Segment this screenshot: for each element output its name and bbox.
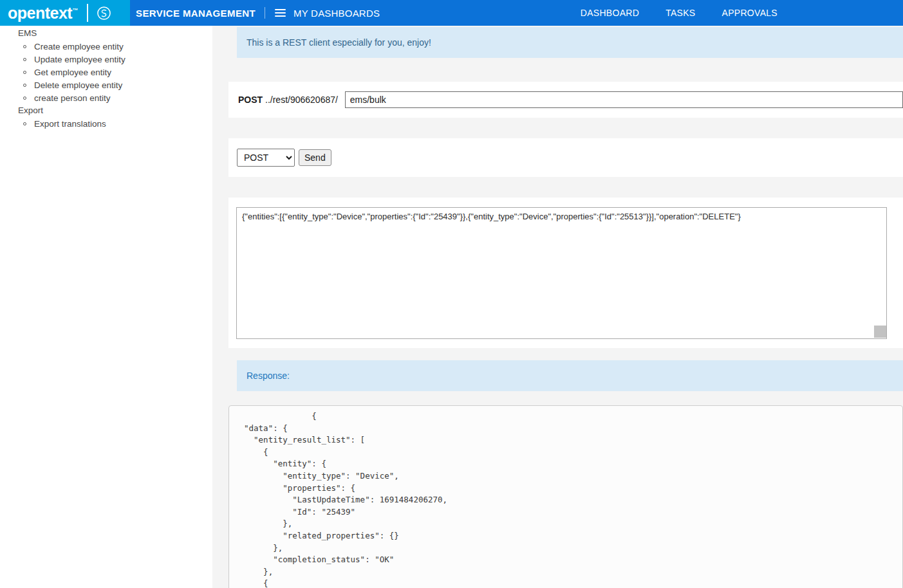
bullet-icon — [23, 122, 26, 125]
sidebar-item-get-employee-entity[interactable]: Get employee entity — [0, 66, 212, 78]
nav-tasks[interactable]: TASKS — [666, 8, 695, 18]
opentext-logo: opentext™ — [8, 5, 78, 21]
bullet-icon — [23, 45, 26, 48]
bullet-icon — [23, 58, 26, 61]
content-area: EMS Create employee entity Update employ… — [0, 26, 903, 588]
sidebar-item-label: Update employee entity — [34, 55, 126, 64]
welcome-banner-text: This is a REST client especially for you… — [247, 37, 431, 48]
my-dashboards-menu[interactable]: MY DASHBOARDS — [293, 8, 380, 19]
product-title: SERVICE MANAGEMENT — [136, 8, 256, 19]
bullet-icon — [23, 84, 26, 87]
sidebar-item-delete-employee-entity[interactable]: Delete employee entity — [0, 78, 212, 91]
sidebar-item-label: create person entity — [34, 93, 111, 103]
response-panel: { "data": { "entity_result_list": [ { "e… — [228, 405, 903, 588]
sidebar-item-label: Delete employee entity — [34, 80, 122, 90]
sidebar: EMS Create employee entity Update employ… — [0, 26, 212, 588]
sidebar-item-create-person-entity[interactable]: create person entity — [0, 91, 212, 104]
request-body-textarea[interactable]: {"entities":[{"entity_type":"Device","pr… — [236, 207, 887, 339]
nav-approvals[interactable]: APPROVALS — [722, 8, 777, 18]
sidebar-item-update-employee-entity[interactable]: Update employee entity — [0, 53, 212, 66]
request-body-panel: {"entities":[{"entity_type":"Device","pr… — [228, 198, 903, 348]
top-navigation: SERVICE MANAGEMENT MY DASHBOARDS DASHBOA… — [130, 0, 903, 26]
brand-area: opentext™ — [0, 0, 130, 26]
sidebar-item-label: Export translations — [34, 119, 106, 129]
method-label: POST — [238, 95, 263, 105]
response-banner-label: Response: — [247, 371, 290, 381]
response-json: { "data": { "entity_result_list": [ { "e… — [244, 410, 896, 588]
sidebar-group-export: Export — [0, 104, 212, 117]
sidebar-item-create-employee-entity[interactable]: Create employee entity — [0, 40, 212, 53]
top-bar: opentext™ SERVICE MANAGEMENT MY DASHBOAR… — [0, 0, 903, 26]
rest-client-main: This is a REST client especially for you… — [212, 26, 903, 588]
method-select[interactable]: POST — [237, 149, 295, 167]
sidebar-item-export-translations[interactable]: Export translations — [0, 117, 212, 130]
textarea-scrollbar-grip[interactable] — [874, 326, 886, 338]
trademark-symbol: ™ — [72, 7, 78, 14]
method-panel: POST Send — [228, 138, 903, 177]
request-body-wrap: {"entities":[{"entity_type":"Device","pr… — [236, 207, 887, 339]
bullet-icon — [23, 71, 26, 74]
url-panel: POST ../rest/906620687/ — [228, 82, 903, 118]
hamburger-menu-icon[interactable] — [275, 9, 286, 17]
opentext-swirl-icon — [97, 6, 111, 21]
request-base-url: POST ../rest/906620687/ — [238, 95, 340, 105]
sidebar-item-label: Create employee entity — [34, 42, 124, 51]
endpoint-input[interactable] — [345, 91, 903, 108]
base-path: ../rest/906620687/ — [265, 95, 338, 105]
bullet-icon — [23, 96, 26, 100]
sidebar-item-label: Get employee entity — [34, 68, 111, 77]
sidebar-group-ems: EMS — [0, 27, 212, 40]
brand-divider — [87, 4, 88, 22]
nav-dashboard[interactable]: DASHBOARD — [581, 8, 639, 18]
topbar-divider — [265, 7, 265, 19]
response-banner: Response: — [237, 360, 903, 391]
send-button[interactable]: Send — [299, 149, 331, 166]
welcome-banner: This is a REST client especially for you… — [237, 27, 903, 58]
